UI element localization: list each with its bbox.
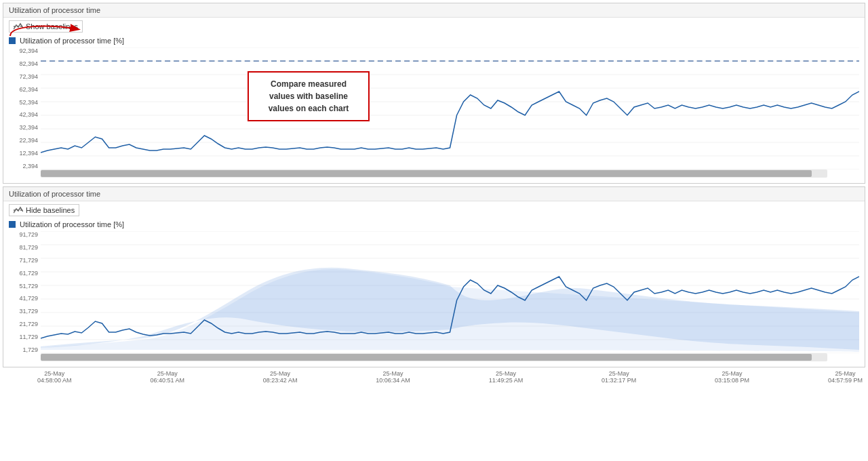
- bottom-chart-wrapper: 91,729 81,729 71,729 61,729 51,729 41,72…: [3, 231, 865, 367]
- baseline-hide-icon: [14, 206, 23, 214]
- x-label-2: 25-May 06:40:51 AM: [150, 370, 184, 384]
- x-label-3: 25-May 08:23:42 AM: [263, 370, 298, 384]
- bottom-chart-area: [41, 231, 859, 353]
- bottom-panel: Utilization of processor time Hide basel…: [3, 186, 865, 367]
- bottom-legend: Utilization of processor time [%]: [3, 219, 865, 231]
- bottom-y-axis: 91,729 81,729 71,729 61,729 51,729 41,72…: [3, 231, 41, 353]
- bottom-panel-title: Utilization of processor time: [3, 187, 865, 201]
- bottom-legend-label: Utilization of processor time [%]: [20, 220, 124, 228]
- bottom-scrollbar[interactable]: [41, 353, 827, 361]
- x-label-5: 25-May 11:49:25 AM: [489, 370, 524, 384]
- baseline-icon: [14, 22, 23, 31]
- tooltip-box: Compare measured values with baseline va…: [248, 71, 370, 121]
- x-label-7: 25-May 03:15:08 PM: [715, 370, 749, 384]
- top-chart-area: [41, 47, 859, 169]
- x-label-4: 25-May 10:06:34 AM: [376, 370, 410, 384]
- svg-rect-2: [41, 47, 859, 169]
- top-scrollbar[interactable]: [41, 169, 827, 178]
- top-panel: Utilization of processor time Show basel…: [3, 3, 865, 184]
- bottom-legend-color: [9, 221, 16, 228]
- top-y-axis: 92,394 82,394 72,394 62,394 52,394 42,39…: [3, 47, 41, 169]
- top-legend: Utilization of processor time [%]: [3, 35, 865, 47]
- x-axis-labels: 25-May 04:58:00 AM 25-May 06:40:51 AM 25…: [0, 369, 868, 385]
- show-baselines-button[interactable]: Show baselines: [9, 20, 83, 33]
- x-label-6: 25-May 01:32:17 PM: [601, 370, 636, 384]
- top-chart-wrapper: 92,394 82,394 72,394 62,394 52,394 42,39…: [3, 47, 865, 183]
- top-panel-title: Utilization of processor time: [3, 3, 865, 18]
- hide-baselines-button[interactable]: Hide baselines: [9, 204, 79, 216]
- x-label-1: 25-May 04:58:00 AM: [37, 370, 72, 384]
- x-label-8: 25-May 04:57:59 PM: [828, 370, 863, 384]
- bottom-scrollbar-thumb[interactable]: [41, 354, 812, 361]
- legend-color-box: [9, 37, 16, 44]
- legend-label: Utilization of processor time [%]: [20, 37, 124, 45]
- top-scrollbar-thumb[interactable]: [41, 170, 812, 177]
